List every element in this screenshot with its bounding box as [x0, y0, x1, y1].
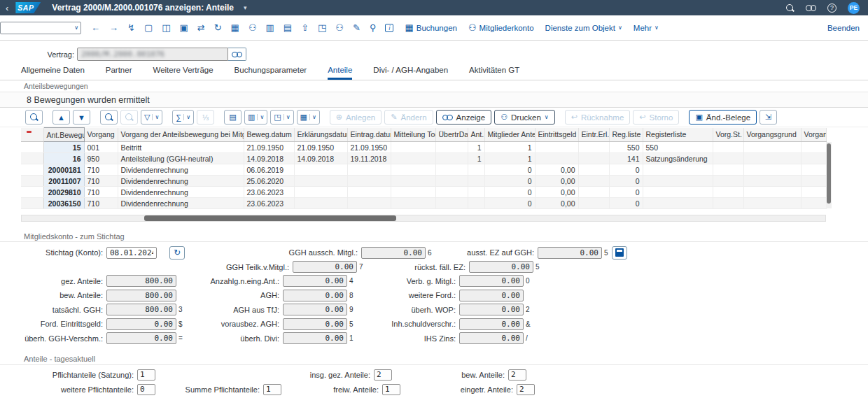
sort-ascending-button[interactable]	[52, 110, 70, 125]
cell[interactable]	[535, 142, 578, 153]
cell[interactable]	[435, 142, 468, 153]
back-icon[interactable]	[91, 23, 100, 32]
vertrag-field[interactable]: 2000/M.2000.001076	[77, 48, 228, 61]
cell[interactable]: 20011007	[43, 176, 84, 187]
column-header-Ant.[interactable]: Ant.	[468, 128, 484, 142]
cell[interactable]	[801, 142, 826, 153]
cell[interactable]	[801, 176, 826, 187]
cell[interactable]	[713, 153, 743, 164]
cell[interactable]: 950	[84, 153, 118, 164]
column-header-Vorgangsgrund de[interactable]: Vorgangsgrund de	[801, 128, 826, 142]
cell[interactable]	[713, 176, 743, 187]
aendern-button[interactable]: Ändern	[384, 110, 433, 125]
cell[interactable]	[21, 176, 43, 187]
column-header-ÜbertrDat[interactable]: ÜbertrDat	[435, 128, 468, 142]
cell[interactable]: 710	[84, 164, 118, 176]
column-header-Vorgang der Anteilsbewegung bei Mitgliedern[interactable]: Vorgang der Anteilsbewegung bei Mitglied…	[118, 128, 244, 142]
cell[interactable]: 1	[468, 153, 484, 164]
views-menu-button[interactable]: ∨	[244, 110, 267, 125]
cell[interactable]: Dividendenrechnung	[118, 187, 244, 198]
buchungen-button[interactable]: Buchungen	[405, 23, 457, 32]
anzeige-button[interactable]: Anzeige	[436, 110, 492, 125]
title-caret-icon[interactable]: ▾	[244, 4, 247, 11]
cell[interactable]	[468, 164, 484, 176]
refresh-stichtag-button[interactable]	[169, 246, 185, 260]
cell[interactable]: 0	[484, 176, 535, 187]
cell[interactable]	[743, 176, 801, 187]
cell[interactable]	[294, 187, 347, 198]
tab-buchungsparameter[interactable]: Buchungsparameter	[234, 66, 307, 80]
cell[interactable]	[578, 164, 609, 176]
refresh-icon[interactable]	[214, 23, 222, 32]
cell[interactable]: 0,00	[535, 187, 578, 198]
cell[interactable]: 06.06.2019	[244, 164, 294, 176]
tab-divi-agh-angaben[interactable]: Divi- / AGH-Angaben	[373, 66, 448, 80]
table-row[interactable]: 16950Anteilsteilung (GGH-neutral)14.09.2…	[21, 153, 826, 164]
cell[interactable]	[578, 142, 609, 153]
table-row[interactable]: 15001Beitritt21.09.195021.09.195021.09.1…	[21, 142, 826, 153]
vertical-scrollbar-thumb[interactable]	[827, 143, 831, 204]
cell[interactable]: 0	[609, 187, 643, 198]
assign-icon[interactable]	[197, 23, 205, 32]
cell[interactable]	[643, 187, 713, 198]
aend-belege-button[interactable]: Änd.-Belege	[689, 110, 757, 125]
cell[interactable]: 550	[609, 142, 643, 153]
find-button[interactable]	[100, 110, 118, 125]
cell[interactable]: 23.06.2023	[244, 198, 294, 209]
expand-button[interactable]	[760, 110, 777, 125]
cell[interactable]	[347, 198, 391, 209]
cell[interactable]	[391, 198, 435, 209]
tab-weitere-vertraege[interactable]: Weitere Verträge	[153, 66, 214, 80]
mehr-menu[interactable]: Mehr ∨	[634, 24, 659, 32]
cell[interactable]	[435, 164, 468, 176]
cell[interactable]: 20000181	[43, 164, 84, 176]
cell[interactable]: 1	[468, 142, 484, 153]
cell[interactable]	[713, 142, 743, 153]
cell[interactable]	[21, 153, 43, 164]
column-header-selection[interactable]	[21, 128, 43, 142]
cell[interactable]	[801, 198, 826, 209]
cell[interactable]	[468, 187, 484, 198]
cell[interactable]	[743, 187, 801, 198]
cell[interactable]: 14.09.2018	[294, 153, 347, 164]
avatar[interactable]: PE	[848, 2, 860, 14]
cell[interactable]	[435, 176, 468, 187]
cell[interactable]: 1	[484, 153, 535, 164]
cell[interactable]	[347, 187, 391, 198]
cell[interactable]	[391, 153, 435, 164]
cell[interactable]: 001	[84, 142, 118, 153]
export-icon[interactable]	[301, 23, 309, 32]
cell[interactable]: 0,00	[535, 198, 578, 209]
cell[interactable]	[468, 198, 484, 209]
cell[interactable]	[391, 142, 435, 153]
dienste-zum-objekt-menu[interactable]: Dienste zum Objekt ∨	[545, 24, 622, 32]
check-table-icon[interactable]	[231, 23, 239, 32]
cell[interactable]: 23.06.2023	[244, 187, 294, 198]
cell[interactable]: 20029810	[43, 187, 84, 198]
cell[interactable]	[713, 198, 743, 209]
cell[interactable]: 21.09.1950	[244, 142, 294, 153]
beenden-button[interactable]: Beenden	[827, 24, 860, 32]
hierarchy-icon[interactable]	[162, 23, 170, 32]
cell[interactable]	[468, 176, 484, 187]
forward-icon[interactable]	[109, 23, 118, 32]
cell[interactable]	[294, 198, 347, 209]
cell[interactable]: 710	[84, 198, 118, 209]
cell[interactable]	[643, 176, 713, 187]
cell[interactable]: 19.11.2018	[347, 153, 391, 164]
cell[interactable]	[347, 164, 391, 176]
column-header-Vorgangsgrund[interactable]: Vorgangsgrund	[743, 128, 801, 142]
details-button[interactable]	[25, 110, 43, 125]
cell[interactable]: 710	[84, 187, 118, 198]
column-header-Vorgang[interactable]: Vorgang	[84, 128, 118, 142]
ruecknahme-button[interactable]: Rücknahme	[565, 110, 631, 125]
member-icon[interactable]	[248, 23, 257, 32]
drucken-menu-button[interactable]: Drucken∨	[494, 110, 555, 125]
cell[interactable]	[743, 164, 801, 176]
cell[interactable]	[347, 176, 391, 187]
subtotal-button[interactable]	[197, 110, 214, 125]
chevron-down-icon[interactable]: ∨	[74, 24, 80, 31]
cell[interactable]: 15	[43, 142, 84, 153]
cell[interactable]	[21, 142, 43, 153]
column-header-Ant.Bewegung[interactable]: Ant.Bewegung	[43, 128, 84, 142]
